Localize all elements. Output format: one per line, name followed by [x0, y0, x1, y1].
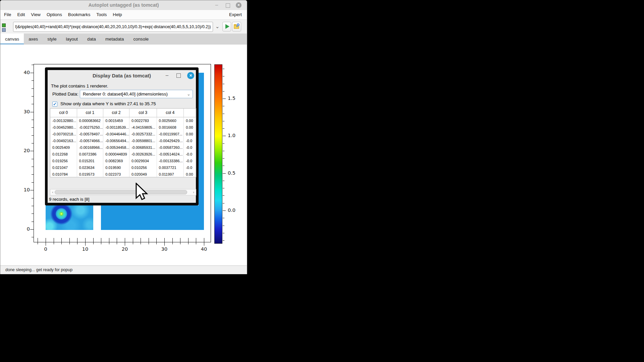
x-major-tick	[125, 242, 125, 246]
table-cell[interactable]: 0.010256	[129, 164, 157, 171]
table-cell[interactable]: 0.0025660	[157, 117, 184, 124]
table-cell[interactable]: 0.000044839	[103, 151, 129, 158]
menu-item-edit[interactable]: Edit	[14, 10, 28, 19]
table-cell[interactable]: 0.0015459	[103, 117, 129, 124]
table-cell[interactable]: -0.0	[184, 144, 196, 151]
table-cell[interactable]: 0.012268	[50, 151, 77, 158]
tab-metadata[interactable]: metadata	[101, 34, 128, 45]
expert-toggle[interactable]: Expert	[229, 10, 242, 19]
y-minor-tick	[32, 120, 34, 120]
table-cell[interactable]: 0.0037721	[157, 164, 184, 171]
inspect-uri-button[interactable]	[232, 22, 241, 32]
table-cell[interactable]: -0.00534458...	[103, 144, 129, 151]
go-button[interactable]	[222, 22, 231, 32]
table-cell[interactable]: -0.00275250...	[77, 124, 104, 131]
table-cell[interactable]: 0.00	[184, 117, 196, 124]
table-cell[interactable]: 0.00	[184, 124, 196, 131]
table-row[interactable]: -0.00132880...0.0000836620.00154590.0022…	[50, 117, 196, 124]
table-cell[interactable]: -0.00492163...	[50, 137, 77, 144]
table-cell[interactable]: -0.00118539...	[103, 124, 129, 131]
window-titlebar[interactable]: Autoplot untagged (as tomcat) – ×	[0, 0, 247, 10]
table-row[interactable]: -0.00700218...-0.00578497...-0.00446446.…	[50, 131, 196, 137]
tab-console[interactable]: console	[128, 34, 153, 45]
table-cell[interactable]: -0.00578497...	[77, 131, 104, 137]
menu-item-tools[interactable]: Tools	[93, 10, 110, 19]
menu-item-help[interactable]: Help	[110, 10, 125, 19]
y-major-tick	[30, 73, 34, 73]
tab-style[interactable]: style	[43, 34, 61, 45]
table-cell[interactable]: 0.015201	[77, 158, 104, 164]
dialog-maximize-icon[interactable]	[176, 73, 181, 78]
tab-data[interactable]: data	[83, 34, 101, 45]
table-cell[interactable]: 0.0025409	[50, 144, 77, 151]
table-cell[interactable]: -0.00452980...	[50, 124, 77, 131]
table-cell[interactable]: 0.0082369	[103, 158, 129, 164]
table-row[interactable]: -0.00492163...-0.00574966...-0.00656494.…	[50, 137, 196, 144]
table-row[interactable]: 0.0122680.00723860.000044839-0.00263926.…	[50, 151, 196, 158]
menu-item-file[interactable]: File	[1, 10, 14, 19]
table-cell[interactable]: 0.011997	[157, 171, 184, 177]
table-cell[interactable]: 0.010784	[50, 171, 77, 177]
table-cell[interactable]: -0.00587260...	[157, 144, 184, 151]
table-row[interactable]: 0.0192560.0152010.00823690.0029934-0.001…	[50, 158, 196, 164]
table-cell[interactable]: -0.00685931...	[129, 144, 157, 151]
table-cell[interactable]: -0.00168966...	[77, 144, 104, 151]
plotted-data-select[interactable]: Renderer 0: dataset[40,40] (dimensionles…	[80, 90, 193, 98]
table-cell[interactable]: 0.00	[184, 171, 196, 177]
table-cell[interactable]: 0.019590	[103, 164, 129, 171]
window-minimize-icon[interactable]: –	[214, 0, 220, 10]
table-cell[interactable]: -0.00119907...	[157, 131, 184, 137]
table-cell[interactable]: 0.021047	[50, 164, 77, 171]
table-cell[interactable]: 0.022373	[103, 171, 129, 177]
table-cell[interactable]: -0.00132880...	[50, 117, 77, 124]
table-cell[interactable]: -0.00656494...	[103, 137, 129, 144]
table-cell[interactable]: 0.0016608	[157, 124, 184, 131]
table-row[interactable]: -0.00452980...-0.00275250...-0.00118539.…	[50, 124, 196, 131]
tab-layout[interactable]: layout	[61, 34, 83, 45]
table-row[interactable]: 0.0210470.0236340.0195900.0102560.003772…	[50, 164, 196, 171]
table-cell[interactable]: -0.00429429...	[157, 137, 184, 144]
table-cell[interactable]: 0.000083662	[77, 117, 104, 124]
table-cell[interactable]: -0.00700218...	[50, 131, 77, 137]
uri-address-input[interactable]: l)&ripples(40,40)+rand(40,40)*(exp(-dist…	[13, 22, 213, 32]
dialog-titlebar[interactable]: Display Data (as tomcat) – ×	[48, 70, 196, 81]
table-cell[interactable]: -0.00574966...	[77, 137, 104, 144]
table-cell[interactable]: 0.019256	[50, 158, 77, 164]
menu-item-bookmarks[interactable]: Bookmarks	[65, 10, 94, 19]
table-row[interactable]: 0.0107840.0195730.0223730.0200490.011997…	[50, 171, 196, 177]
scroll-right-icon[interactable]: ›	[192, 189, 196, 195]
table-cell[interactable]: -0.0	[184, 158, 196, 164]
table-cell[interactable]: -0.00257332...	[129, 131, 157, 137]
table-row[interactable]: 0.0025409-0.00168966...-0.00534458...-0.…	[50, 144, 196, 151]
scrollbar-thumb[interactable]	[55, 190, 187, 194]
table-cell[interactable]: 0.0072386	[77, 151, 104, 158]
table-cell[interactable]: 0.019573	[77, 171, 104, 177]
uri-dropdown-icon[interactable]: ⌄	[214, 22, 221, 31]
filter-y-checkbox[interactable]: ✓	[52, 102, 57, 107]
table-cell[interactable]: -0.00598801...	[129, 137, 157, 144]
table-cell[interactable]: -0.00263926...	[129, 151, 157, 158]
window-close-icon[interactable]: ×	[236, 2, 241, 8]
table-cell[interactable]: -0.0	[184, 137, 196, 144]
table-cell[interactable]: 0.0022783	[129, 117, 157, 124]
table-cell[interactable]: 0.023634	[77, 164, 104, 171]
table-cell[interactable]: 0.020049	[129, 171, 157, 177]
table-cell[interactable]: -0.0	[184, 164, 196, 171]
table-cell[interactable]: -0.00514624...	[157, 151, 184, 158]
tab-axes[interactable]: axes	[24, 34, 43, 45]
table-cell[interactable]: -4.04159805...	[129, 124, 157, 131]
horizontal-scrollbar[interactable]: ‹ ›	[50, 189, 196, 195]
table-cell[interactable]: 0.0029934	[129, 158, 157, 164]
table-cell[interactable]: -0.00446446...	[103, 131, 129, 137]
table-cell[interactable]: 0.00	[184, 131, 196, 137]
menu-item-options[interactable]: Options	[44, 10, 65, 19]
tab-canvas[interactable]: canvas	[0, 34, 24, 45]
scroll-left-icon[interactable]: ‹	[51, 189, 55, 195]
window-maximize-icon[interactable]	[226, 3, 230, 8]
table-cell[interactable]: -0.00133386...	[157, 158, 184, 164]
menu-item-view[interactable]: View	[28, 10, 44, 19]
dialog-minimize-icon[interactable]: –	[164, 70, 170, 80]
table-cell[interactable]: -0.0	[184, 151, 196, 158]
x-inner-tick	[77, 238, 77, 242]
dialog-close-icon[interactable]: ×	[187, 72, 194, 79]
